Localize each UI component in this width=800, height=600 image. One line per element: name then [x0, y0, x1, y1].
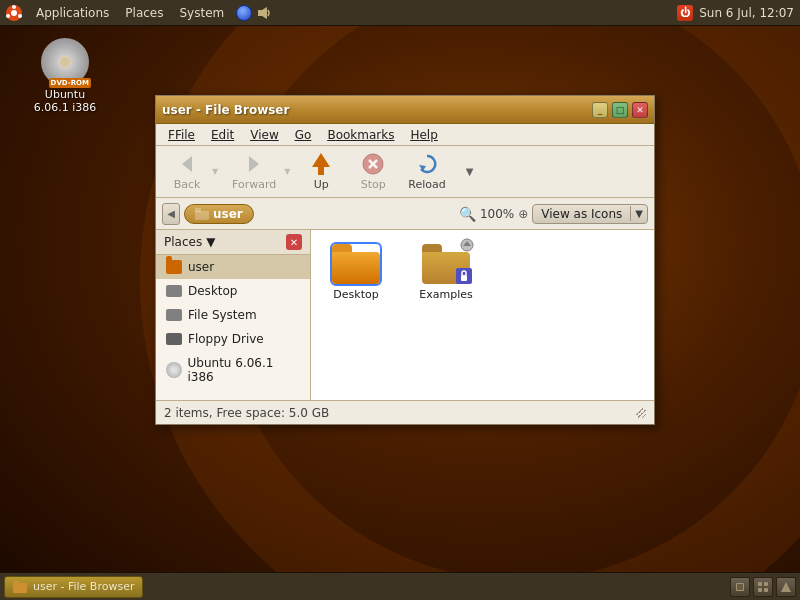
- svg-point-4: [6, 14, 10, 18]
- reload-label: Reload: [408, 178, 445, 191]
- svg-rect-20: [758, 582, 762, 586]
- desktop: Applications Places System: [0, 0, 800, 600]
- sidebar-drive-icon: [166, 309, 182, 321]
- datetime-display: Sun 6 Jul, 12:07: [699, 6, 794, 20]
- svg-marker-24: [781, 582, 791, 592]
- zoom-out-button[interactable]: 🔍: [459, 206, 476, 222]
- sound-icon: [256, 5, 272, 21]
- folder-icon-desktop: [332, 244, 380, 284]
- file-icon-examples[interactable]: Examples: [411, 240, 481, 305]
- file-icon-label-examples: Examples: [419, 288, 472, 301]
- up-button[interactable]: Up: [296, 149, 346, 194]
- taskbar-left: user - File Browser: [0, 576, 147, 598]
- forward-button[interactable]: Forward: [224, 149, 284, 194]
- sidebar: Places ▼ ✕ user Desktop: [156, 230, 311, 400]
- status-bar: 2 items, Free space: 5.0 GB: [156, 400, 654, 424]
- taskbar-btn-2[interactable]: [753, 577, 773, 597]
- dvd-disc: DVD-ROM: [41, 38, 89, 86]
- menu-bar: FFile Edit View Go Bookmarks Help: [156, 124, 654, 146]
- file-browser-window: user - File Browser _ □ ✕ FFile Edit Vie…: [155, 95, 655, 425]
- forward-arrow[interactable]: ▼: [280, 154, 294, 190]
- forward-group: Forward ▼: [224, 149, 294, 194]
- forward-icon: [242, 152, 266, 176]
- view-menu[interactable]: View: [242, 126, 286, 144]
- bookmarks-menu[interactable]: Bookmarks: [319, 126, 402, 144]
- location-chip[interactable]: user: [184, 204, 254, 224]
- view-selector-arrow[interactable]: ▼: [630, 206, 647, 221]
- status-text: 2 items, Free space: 5.0 GB: [164, 406, 329, 420]
- places-header-btn[interactable]: Places ▼: [164, 235, 215, 249]
- svg-rect-17: [13, 581, 19, 585]
- svg-rect-21: [764, 582, 768, 586]
- toolbar: Back ▼ Forward ▼: [156, 146, 654, 198]
- applications-menu[interactable]: Applications: [28, 0, 117, 26]
- stop-button[interactable]: Stop: [348, 149, 398, 194]
- svg-marker-10: [419, 165, 426, 171]
- more-toolbar-arrow[interactable]: ▼: [460, 154, 480, 190]
- taskbar-btn-1[interactable]: [730, 577, 750, 597]
- svg-rect-13: [461, 275, 467, 281]
- taskbar-file-browser[interactable]: user - File Browser: [4, 576, 143, 598]
- sidebar-item-desktop[interactable]: Desktop: [156, 279, 310, 303]
- zoom-in-button[interactable]: ⊕: [518, 207, 528, 221]
- dvd-disc-visual: DVD-ROM: [41, 38, 89, 86]
- dvd-icon[interactable]: DVD-ROM Ubuntu 6.06.1 i386: [30, 38, 100, 114]
- close-button[interactable]: ✕: [632, 102, 648, 118]
- file-menu[interactable]: FFile: [160, 126, 203, 144]
- help-menu[interactable]: Help: [402, 126, 445, 144]
- location-path: user: [213, 207, 243, 221]
- svg-rect-22: [758, 588, 762, 592]
- go-menu[interactable]: Go: [287, 126, 320, 144]
- minimize-button[interactable]: _: [592, 102, 608, 118]
- sidebar-floppy-icon: [166, 333, 182, 345]
- sidebar-header-label: Places: [164, 235, 202, 249]
- svg-point-1: [11, 10, 17, 16]
- sidebar-item-filesystem[interactable]: File System: [156, 303, 310, 327]
- view-selector-label: View as Icons: [533, 205, 630, 223]
- svg-rect-11: [195, 211, 209, 220]
- taskbar-right: [730, 577, 800, 597]
- places-menu[interactable]: Places: [117, 0, 171, 26]
- maximize-button[interactable]: □: [612, 102, 628, 118]
- up-icon: [309, 152, 333, 176]
- edit-menu[interactable]: Edit: [203, 126, 242, 144]
- sidebar-item-user[interactable]: user: [156, 255, 310, 279]
- back-icon: [175, 152, 199, 176]
- power-icon: ⏻: [677, 5, 693, 21]
- dvd-icon-label: Ubuntu 6.06.1 i386: [30, 88, 100, 114]
- system-menu[interactable]: System: [171, 0, 232, 26]
- sidebar-item-cdrom[interactable]: Ubuntu 6.06.1 i386: [156, 351, 310, 389]
- folder-icon-examples: [422, 244, 470, 284]
- resize-handle[interactable]: [636, 408, 646, 418]
- back-group: Back ▼: [162, 149, 222, 194]
- stop-label: Stop: [361, 178, 386, 191]
- zoom-level: 100%: [480, 207, 514, 221]
- taskbar-btn-3[interactable]: [776, 577, 796, 597]
- folder-body: [332, 252, 380, 284]
- sidebar-item-label: Floppy Drive: [188, 332, 264, 346]
- sidebar-item-label: Ubuntu 6.06.1 i386: [188, 356, 300, 384]
- emblem-icon: [460, 238, 474, 252]
- svg-rect-19: [737, 584, 743, 590]
- back-button[interactable]: Back: [162, 149, 212, 194]
- sidebar-close-button[interactable]: ✕: [286, 234, 302, 250]
- sidebar-cd-icon: [166, 362, 182, 378]
- forward-label: Forward: [232, 178, 276, 191]
- file-icon-desktop[interactable]: Desktop: [321, 240, 391, 305]
- location-back-button[interactable]: ◀: [162, 203, 180, 225]
- reload-button[interactable]: Reload: [400, 149, 453, 194]
- main-area: Places ▼ ✕ user Desktop: [156, 230, 654, 400]
- sidebar-item-label: user: [188, 260, 214, 274]
- sidebar-item-label: File System: [188, 308, 257, 322]
- taskbar: user - File Browser: [0, 572, 800, 600]
- dvd-label: DVD-ROM: [49, 78, 91, 88]
- view-selector[interactable]: View as Icons ▼: [532, 204, 648, 224]
- sidebar-header: Places ▼ ✕: [156, 230, 310, 255]
- network-icon: [236, 5, 252, 21]
- places-dropdown-icon: ▼: [206, 235, 215, 249]
- sidebar-item-floppy[interactable]: Floppy Drive: [156, 327, 310, 351]
- up-label: Up: [314, 178, 329, 191]
- svg-rect-23: [764, 588, 768, 592]
- file-icon-label-desktop: Desktop: [333, 288, 378, 301]
- back-arrow[interactable]: ▼: [208, 154, 222, 190]
